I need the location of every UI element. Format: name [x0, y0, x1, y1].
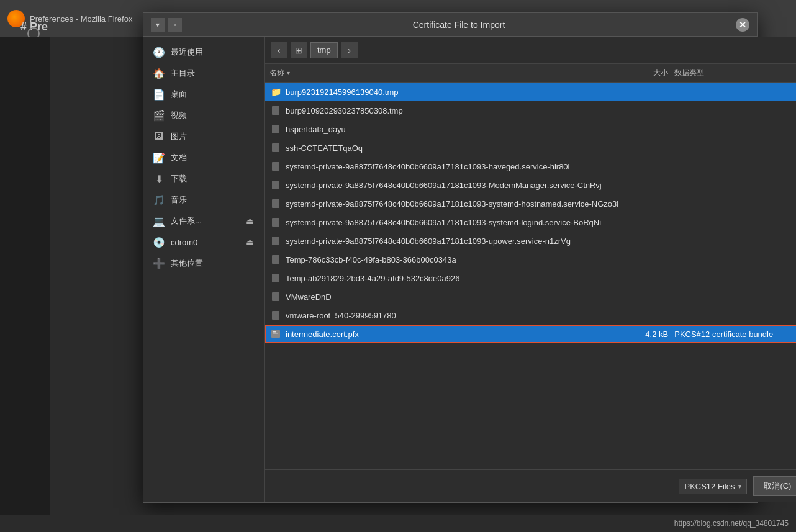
col-type-label: 数据类型	[674, 68, 704, 77]
home-icon: 🏠	[153, 68, 165, 79]
file-icon	[269, 142, 282, 154]
sidebar-item-downloads[interactable]: ⬇ 下载	[143, 168, 264, 189]
file-name: Temp-786c33cb-f40c-49fa-b803-366b00c0343…	[286, 255, 618, 264]
sidebar-desktop-label: 桌面	[171, 89, 187, 100]
file-name: hsperfdata_dayu	[286, 125, 618, 134]
sidebar-item-desktop[interactable]: 📄 桌面	[143, 84, 264, 105]
filter-dropdown[interactable]: PKCS12 Files ▾	[679, 479, 747, 494]
file-icon: 📁	[269, 86, 282, 98]
col-size-label: 大小	[653, 68, 668, 77]
list-item[interactable]: systemd-private-9a8875f7648c40b0b6609a17…	[265, 176, 796, 194]
svg-rect-12	[271, 330, 280, 338]
sidebar-item-images[interactable]: 🖼 图片	[143, 126, 264, 147]
file-name: intermediate.cert.pfx	[286, 330, 618, 339]
file-toolbar: ‹ ⊞ tmp ›	[265, 37, 796, 64]
svg-rect-3	[272, 162, 279, 171]
dialog-titlebar: ▾ ▫ Certificate File to Import ✕	[143, 13, 757, 37]
dialog-content: 🕐 最近使用 🏠 主目录 📄 桌面 🎬 视频 🖼 图片 📝 文档	[143, 37, 757, 502]
nav-forward-button[interactable]: ›	[341, 42, 358, 58]
sidebar-recent-label: 最近使用	[171, 47, 203, 58]
sidebar-cdrom-label: cdrom0	[171, 238, 197, 247]
sidebar-item-docs[interactable]: 📝 文档	[143, 147, 264, 168]
list-item[interactable]: vmware-root_540-2999591780昨天	[265, 306, 796, 325]
filesystem-eject-icon[interactable]: ⏏	[246, 216, 254, 226]
sidebar-item-cdrom[interactable]: 💿 cdrom0 ⏏	[143, 232, 264, 253]
svg-rect-8	[272, 255, 279, 264]
sidebar-item-filesystem[interactable]: 💻 文件系... ⏏	[143, 210, 264, 232]
sidebar-item-recent[interactable]: 🕐 最近使用	[143, 42, 264, 63]
file-dialog: ▾ ▫ Certificate File to Import ✕ 🕐 最近使用 …	[143, 12, 758, 503]
filesystem-icon: 💻	[153, 215, 165, 227]
titlebar-minimize-button[interactable]: ▾	[151, 18, 165, 32]
list-item[interactable]: Temp-786c33cb-f40c-49fa-b803-366b00c0343…	[265, 250, 796, 269]
list-item[interactable]: systemd-private-9a8875f7648c40b0b6609a17…	[265, 157, 796, 176]
file-icon	[269, 235, 282, 247]
file-name: systemd-private-9a8875f7648c40b0b6609a17…	[286, 199, 618, 209]
col-header-name[interactable]: 名称 ▾	[269, 68, 618, 78]
list-item[interactable]: Temp-ab291829-2bd3-4a29-afd9-532c8de0a92…	[265, 269, 796, 287]
svg-rect-11	[272, 311, 279, 320]
svg-rect-6	[272, 218, 279, 227]
file-name: systemd-private-9a8875f7648c40b0b6609a17…	[286, 162, 618, 171]
sidebar-images-label: 图片	[171, 131, 187, 142]
list-item[interactable]: burp910920293​02​37850308.tmp11：11	[265, 101, 796, 120]
docs-icon: 📝	[153, 152, 165, 163]
video-icon: 🎬	[153, 110, 165, 121]
images-icon: 🖼	[153, 131, 165, 142]
column-headers: 名称 ▾ 大小 数据类型 修改日期	[265, 64, 796, 83]
dialog-close-button[interactable]: ✕	[736, 18, 749, 32]
file-name: systemd-private-9a8875f7648c40b0b6609a17…	[286, 237, 618, 246]
file-icon	[269, 160, 282, 173]
svg-rect-2	[272, 143, 279, 152]
sidebar-video-label: 视频	[171, 110, 187, 121]
desktop-icon: 📄	[153, 89, 165, 100]
list-item[interactable]: systemd-private-9a8875f7648c40b0b6609a17…	[265, 194, 796, 213]
sidebar-downloads-label: 下载	[171, 173, 187, 184]
cancel-button[interactable]: 取消(C)	[753, 476, 796, 496]
col-header-type[interactable]: 数据类型	[668, 68, 796, 78]
svg-rect-0	[272, 106, 279, 115]
file-name: VMwareDnD	[286, 292, 618, 302]
nav-view-button[interactable]: ⊞	[291, 42, 307, 58]
music-icon: 🎵	[153, 194, 165, 205]
list-item[interactable]: 📁burp923192145996139040.tmp11：11	[265, 83, 796, 101]
svg-rect-1	[272, 125, 279, 133]
sidebar-item-music[interactable]: 🎵 音乐	[143, 189, 264, 210]
list-item[interactable]: systemd-private-9a8875f7648c40b0b6609a17…	[265, 232, 796, 250]
list-item[interactable]: ssh-CCTEATETqaOq昨天	[265, 138, 796, 157]
sidebar-item-home[interactable]: 🏠 主目录	[143, 63, 264, 84]
file-icon	[269, 123, 282, 135]
svg-rect-9	[272, 274, 279, 282]
file-icon	[269, 197, 282, 210]
file-icon	[269, 328, 282, 340]
svg-rect-4	[272, 181, 279, 189]
file-name: vmware-root_540-2999591780	[286, 311, 618, 320]
file-icon	[269, 272, 282, 284]
list-item[interactable]: intermediate.cert.pfx4.2 kBPKCS#12 certi…	[265, 325, 796, 343]
sidebar-music-label: 音乐	[171, 194, 187, 205]
left-icon-panel	[0, 37, 50, 532]
file-name: ssh-CCTEATETqaOq	[286, 143, 618, 153]
sidebar-item-other[interactable]: ➕ 其他位置	[143, 253, 264, 274]
col-header-size[interactable]: 大小	[618, 68, 668, 78]
svg-rect-5	[272, 199, 279, 208]
file-icon	[269, 291, 282, 303]
file-name: burp923192145996139040.tmp	[286, 88, 618, 97]
svg-rect-14	[273, 333, 278, 334]
cdrom-eject-icon[interactable]: ⏏	[246, 237, 254, 247]
cdrom-icon: 💿	[153, 237, 165, 248]
location-button[interactable]: tmp	[310, 42, 338, 58]
nav-back-button[interactable]: ‹	[271, 42, 287, 58]
other-icon: ➕	[153, 258, 165, 269]
titlebar-controls: ▾ ▫	[151, 18, 182, 32]
sidebar-home-label: 主目录	[171, 68, 195, 79]
sidebar-item-video[interactable]: 🎬 视频	[143, 105, 264, 126]
status-bar: https://blog.csdn.net/qq_34801745	[0, 515, 796, 532]
svg-rect-13	[273, 331, 276, 333]
file-name: systemd-private-9a8875f7648c40b0b6609a17…	[286, 181, 618, 190]
list-item[interactable]: hsperfdata_dayu11：10	[265, 120, 796, 138]
titlebar-maximize-button[interactable]: ▫	[168, 18, 182, 32]
list-item[interactable]: VMwareDnD昨天	[265, 287, 796, 306]
file-name: Temp-ab291829-2bd3-4a29-afd9-532c8de0a92…	[286, 274, 618, 283]
list-item[interactable]: systemd-private-9a8875f7648c40b0b6609a17…	[265, 213, 796, 232]
